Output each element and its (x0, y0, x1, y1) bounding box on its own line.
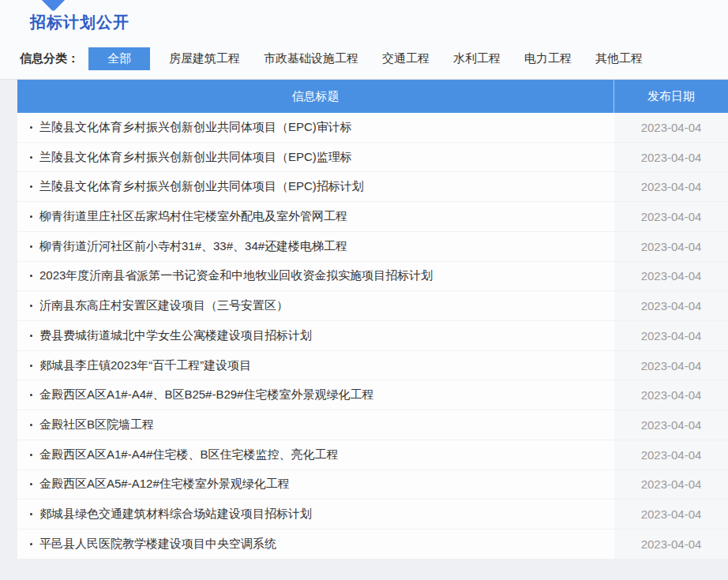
row-title-cell[interactable]: 金殿西区A区A1#-A4#住宅楼、B区住宅楼监控、亮化工程 (17, 440, 614, 470)
row-title-cell[interactable]: 金殿社区B区院墙工程 (17, 410, 614, 440)
table-row: 柳青街道里庄社区岳家坞村住宅楼室外配电及室外管网工程 2023-04-04 (17, 202, 728, 232)
table-row: 2023年度沂南县省派第一书记资金和中地牧业回收资金拟实施项目招标计划 2023… (17, 262, 728, 292)
row-title-link[interactable]: 兰陵县文化体育乡村振兴创新创业共同体项目（EPC)招标计划 (39, 179, 364, 194)
row-date: 2023-04-04 (641, 477, 702, 491)
table-row: 兰陵县文化体育乡村振兴创新创业共同体项目（EPC)招标计划 2023-04-04 (17, 172, 728, 202)
table-row: 金殿社区B区院墙工程 2023-04-04 (17, 410, 728, 440)
filter-tab[interactable]: 其他工程 (595, 47, 643, 70)
row-date-cell: 2023-04-04 (614, 172, 728, 202)
row-date-cell: 2023-04-04 (614, 143, 728, 173)
table-row: 兰陵县文化体育乡村振兴创新创业共同体项目（EPC)监理标 2023-04-04 (17, 143, 728, 173)
row-date-cell: 2023-04-04 (614, 351, 728, 381)
row-title-link[interactable]: 金殿西区A区A1#-A4#住宅楼、B区住宅楼监控、亮化工程 (39, 447, 338, 462)
filter-tab[interactable]: 房屋建筑工程 (169, 47, 240, 70)
bullet-icon (30, 543, 32, 545)
row-title-link[interactable]: 平邑县人民医院教学楼建设项目中央空调系统 (39, 537, 276, 552)
row-title-link[interactable]: 柳青街道沂河社区前小寺村31#、33#、34#还建楼电梯工程 (39, 239, 347, 254)
bidding-plan-table: 信息标题 发布日期 兰陵县文化体育乡村振兴创新创业共同体项目（EPC)审计标 2… (17, 80, 728, 559)
row-title-link[interactable]: 费县费城街道城北中学女生公寓楼建设项目招标计划 (39, 328, 312, 343)
row-date: 2023-04-04 (641, 507, 702, 521)
row-title-link[interactable]: 2023年度沂南县省派第一书记资金和中地牧业回收资金拟实施项目招标计划 (39, 268, 433, 283)
row-date-cell: 2023-04-04 (614, 380, 728, 410)
bullet-icon (30, 185, 32, 188)
row-date: 2023-04-04 (641, 329, 702, 342)
table-row: 沂南县东高庄村安置区建设项目（三号安置区） 2023-04-04 (17, 291, 728, 321)
row-date: 2023-04-04 (641, 537, 702, 551)
row-title-link[interactable]: 郯城县李庄镇2023年“百千工程”建设项目 (39, 358, 251, 373)
bullet-icon (30, 483, 32, 485)
column-header-date: 发布日期 (614, 80, 728, 113)
row-date-cell: 2023-04-04 (614, 410, 728, 440)
row-date: 2023-04-04 (641, 269, 702, 283)
row-title-link[interactable]: 兰陵县文化体育乡村振兴创新创业共同体项目（EPC)监理标 (39, 150, 352, 165)
row-title-cell[interactable]: 郯城县李庄镇2023年“百千工程”建设项目 (17, 351, 614, 381)
filter-row: 信息分类： 全部房屋建筑工程市政基础设施工程交通工程水利工程电力工程其他工程 (20, 46, 728, 71)
filter-tab[interactable]: 交通工程 (382, 47, 430, 70)
row-date-cell: 2023-04-04 (614, 470, 728, 500)
table-row: 郯城县李庄镇2023年“百千工程”建设项目 2023-04-04 (17, 351, 728, 381)
bullet-icon (30, 335, 32, 337)
row-date-cell: 2023-04-04 (614, 232, 728, 262)
row-title-link[interactable]: 金殿社区B区院墙工程 (39, 417, 154, 432)
bullet-icon (30, 454, 32, 456)
row-title-link[interactable]: 柳青街道里庄社区岳家坞村住宅楼室外配电及室外管网工程 (39, 209, 347, 224)
bullet-icon (30, 245, 32, 248)
table-row: 金殿西区A区A5#-A12#住宅楼室外景观绿化工程 2023-04-04 (17, 470, 728, 500)
row-title-link[interactable]: 兰陵县文化体育乡村振兴创新创业共同体项目（EPC)审计标 (39, 120, 352, 135)
filter-label: 信息分类： (20, 51, 79, 66)
row-title-cell[interactable]: 沂南县东高庄村安置区建设项目（三号安置区） (17, 291, 614, 321)
row-date: 2023-04-04 (641, 240, 702, 253)
row-date-cell: 2023-04-04 (614, 500, 728, 529)
table-body: 兰陵县文化体育乡村振兴创新创业共同体项目（EPC)审计标 2023-04-04 … (17, 113, 728, 559)
table-row: 兰陵县文化体育乡村振兴创新创业共同体项目（EPC)审计标 2023-04-04 (17, 113, 728, 143)
row-date: 2023-04-04 (641, 210, 702, 223)
bullet-icon (30, 126, 32, 129)
row-title-cell[interactable]: 费县费城街道城北中学女生公寓楼建设项目招标计划 (17, 321, 614, 351)
row-title-link[interactable]: 金殿西区A区A1#-A4#、B区B25#-B29#住宅楼室外景观绿化工程 (39, 387, 373, 402)
table-row: 郯城县绿色交通建筑材料综合场站建设项目招标计划 2023-04-04 (17, 500, 728, 529)
filter-tab[interactable]: 电力工程 (524, 47, 572, 70)
row-date-cell: 2023-04-04 (614, 529, 728, 559)
table-row: 费县费城街道城北中学女生公寓楼建设项目招标计划 2023-04-04 (17, 321, 728, 351)
row-date: 2023-04-04 (641, 448, 702, 462)
row-title-cell[interactable]: 兰陵县文化体育乡村振兴创新创业共同体项目（EPC)监理标 (17, 143, 614, 173)
row-title-link[interactable]: 金殿西区A区A5#-A12#住宅楼室外景观绿化工程 (39, 477, 290, 492)
table-header: 信息标题 发布日期 (17, 80, 728, 113)
bullet-icon (30, 156, 32, 159)
row-title-cell[interactable]: 金殿西区A区A1#-A4#、B区B25#-B29#住宅楼室外景观绿化工程 (17, 380, 614, 410)
row-title-cell[interactable]: 金殿西区A区A5#-A12#住宅楼室外景观绿化工程 (17, 470, 614, 500)
row-title-cell[interactable]: 平邑县人民医院教学楼建设项目中央空调系统 (17, 529, 614, 559)
row-date: 2023-04-04 (641, 388, 702, 402)
bullet-icon (30, 365, 32, 367)
row-date: 2023-04-04 (641, 180, 702, 193)
page-header: 招标计划公开 信息分类： 全部房屋建筑工程市政基础设施工程交通工程水利工程电力工… (0, 0, 728, 80)
filter-tab-active[interactable]: 全部 (88, 47, 150, 70)
bullet-icon (30, 513, 32, 515)
filter-tab[interactable]: 市政基础设施工程 (264, 47, 358, 70)
bullet-icon (30, 424, 32, 426)
row-date: 2023-04-04 (641, 418, 702, 432)
row-date-cell: 2023-04-04 (614, 202, 728, 232)
table-row: 柳青街道沂河社区前小寺村31#、33#、34#还建楼电梯工程 2023-04-0… (17, 232, 728, 262)
row-title-link[interactable]: 沂南县东高庄村安置区建设项目（三号安置区） (39, 298, 288, 313)
row-date-cell: 2023-04-04 (614, 440, 728, 470)
table-row: 金殿西区A区A1#-A4#住宅楼、B区住宅楼监控、亮化工程 2023-04-04 (17, 440, 728, 470)
row-title-cell[interactable]: 兰陵县文化体育乡村振兴创新创业共同体项目（EPC)审计标 (17, 113, 614, 143)
row-date-cell: 2023-04-04 (614, 291, 728, 321)
row-date-cell: 2023-04-04 (614, 321, 728, 351)
row-date: 2023-04-04 (641, 299, 702, 312)
title-diamond-icon (40, 0, 66, 12)
row-title-cell[interactable]: 柳青街道沂河社区前小寺村31#、33#、34#还建楼电梯工程 (17, 232, 614, 262)
bullet-icon (30, 305, 32, 307)
table-row: 平邑县人民医院教学楼建设项目中央空调系统 2023-04-04 (17, 529, 728, 559)
row-title-link[interactable]: 郯城县绿色交通建筑材料综合场站建设项目招标计划 (39, 507, 312, 522)
row-date: 2023-04-04 (641, 121, 702, 134)
row-date: 2023-04-04 (641, 151, 702, 164)
page-title: 招标计划公开 (30, 12, 129, 33)
filter-tab[interactable]: 水利工程 (453, 47, 501, 70)
row-title-cell[interactable]: 郯城县绿色交通建筑材料综合场站建设项目招标计划 (17, 500, 614, 529)
bullet-icon (30, 394, 32, 396)
row-title-cell[interactable]: 2023年度沂南县省派第一书记资金和中地牧业回收资金拟实施项目招标计划 (17, 262, 614, 292)
row-title-cell[interactable]: 兰陵县文化体育乡村振兴创新创业共同体项目（EPC)招标计划 (17, 172, 614, 202)
row-title-cell[interactable]: 柳青街道里庄社区岳家坞村住宅楼室外配电及室外管网工程 (17, 202, 614, 232)
